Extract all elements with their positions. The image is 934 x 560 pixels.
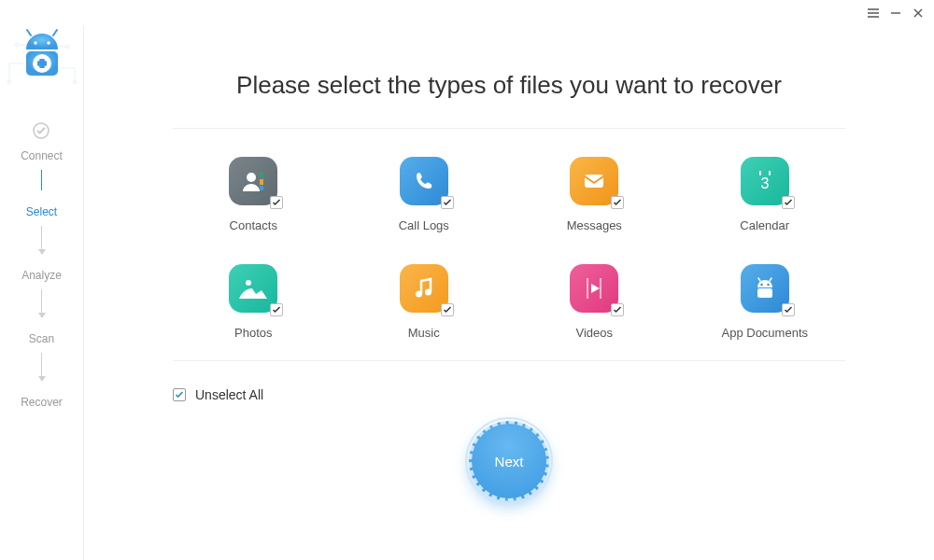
step-connector xyxy=(41,353,42,381)
svg-rect-15 xyxy=(260,179,263,185)
step-label: Scan xyxy=(29,332,54,345)
file-type-videos[interactable]: Videos xyxy=(514,264,675,340)
checkbox-small xyxy=(270,303,283,316)
file-type-grid: Contacts Call Logs Messages xyxy=(173,157,845,340)
calendar-icon: 3 xyxy=(741,157,789,205)
step-recover[interactable]: Recover xyxy=(21,386,63,409)
file-type-calendar[interactable]: 3 Calendar xyxy=(685,157,846,232)
contacts-icon xyxy=(229,157,277,205)
close-icon[interactable] xyxy=(912,7,925,20)
checkbox-icon[interactable] xyxy=(173,388,186,401)
svg-point-7 xyxy=(47,41,50,44)
file-type-app-documents[interactable]: App Documents xyxy=(685,264,846,340)
svg-point-13 xyxy=(247,173,256,182)
step-analyze[interactable]: Analyze xyxy=(21,259,62,282)
svg-rect-25 xyxy=(600,278,601,299)
svg-rect-30 xyxy=(757,288,772,298)
checkbox-small xyxy=(441,196,454,209)
svg-rect-24 xyxy=(587,278,588,299)
file-type-contacts[interactable]: Contacts xyxy=(173,157,334,232)
step-scan[interactable]: Scan xyxy=(29,323,54,345)
step-label: Recover xyxy=(21,396,63,409)
checkbox-small xyxy=(611,303,624,316)
svg-line-4 xyxy=(27,30,31,35)
page-title: Please select the types of files you wan… xyxy=(236,71,782,100)
file-type-label: Call Logs xyxy=(399,218,449,232)
svg-point-6 xyxy=(34,41,36,44)
checkbox-small xyxy=(441,303,454,316)
checkbox-small xyxy=(782,196,795,209)
file-type-label: App Documents xyxy=(722,326,809,340)
step-connect[interactable]: Connect xyxy=(21,121,63,162)
step-select[interactable]: Select xyxy=(26,196,57,218)
checkbox-small xyxy=(611,196,624,209)
step-label: Select xyxy=(26,205,57,218)
check-circle-icon xyxy=(32,121,50,140)
file-type-label: Messages xyxy=(567,218,622,232)
phone-icon xyxy=(400,157,448,205)
file-type-label: Videos xyxy=(575,326,613,340)
titlebar xyxy=(0,0,934,26)
svg-point-28 xyxy=(760,284,762,286)
file-type-label: Photos xyxy=(234,326,272,340)
file-type-label: Calendar xyxy=(740,218,789,232)
checkbox-small xyxy=(270,196,283,209)
step-connector xyxy=(41,170,42,190)
svg-text:3: 3 xyxy=(760,175,769,191)
svg-rect-14 xyxy=(260,173,263,178)
svg-rect-17 xyxy=(585,175,603,188)
step-list: Connect Select Analyze Scan Recover xyxy=(21,121,63,409)
file-type-label: Contacts xyxy=(230,218,277,232)
checkbox-small xyxy=(782,303,795,316)
divider xyxy=(173,128,845,129)
minimize-icon[interactable] xyxy=(889,7,902,20)
svg-line-27 xyxy=(770,278,771,281)
main-panel: Please select the types of files you wan… xyxy=(84,26,934,560)
svg-point-23 xyxy=(425,289,432,296)
svg-rect-16 xyxy=(260,186,263,190)
file-type-call-logs[interactable]: Call Logs xyxy=(344,157,505,232)
body: Connect Select Analyze Scan Recover xyxy=(0,26,934,560)
app-window: Connect Select Analyze Scan Recover xyxy=(0,0,934,560)
android-icon xyxy=(741,264,789,313)
next-button-label: Next xyxy=(495,454,524,469)
file-type-photos[interactable]: Photos xyxy=(173,264,334,340)
play-icon xyxy=(570,264,618,313)
unselect-all-label: Unselect All xyxy=(195,387,263,402)
sidebar: Connect Select Analyze Scan Recover xyxy=(0,26,84,560)
svg-point-29 xyxy=(767,284,769,286)
unselect-all-row[interactable]: Unselect All xyxy=(173,387,845,402)
envelope-icon xyxy=(570,157,618,205)
step-connector xyxy=(41,226,42,254)
file-type-label: Music xyxy=(408,326,440,340)
next-button[interactable]: Next xyxy=(469,421,549,501)
svg-rect-11 xyxy=(37,61,47,66)
svg-line-26 xyxy=(758,278,760,281)
step-connector xyxy=(41,289,42,317)
file-type-messages[interactable]: Messages xyxy=(514,157,675,232)
svg-line-5 xyxy=(53,30,57,35)
next-button-wrap: Next xyxy=(469,421,549,501)
menu-icon[interactable] xyxy=(867,7,880,20)
divider xyxy=(173,360,845,361)
step-label: Connect xyxy=(21,149,63,162)
file-type-music[interactable]: Music xyxy=(344,264,505,340)
app-logo xyxy=(0,26,84,93)
step-label: Analyze xyxy=(21,269,62,282)
svg-point-21 xyxy=(246,280,251,286)
photos-icon xyxy=(229,264,277,313)
music-note-icon xyxy=(400,264,448,313)
